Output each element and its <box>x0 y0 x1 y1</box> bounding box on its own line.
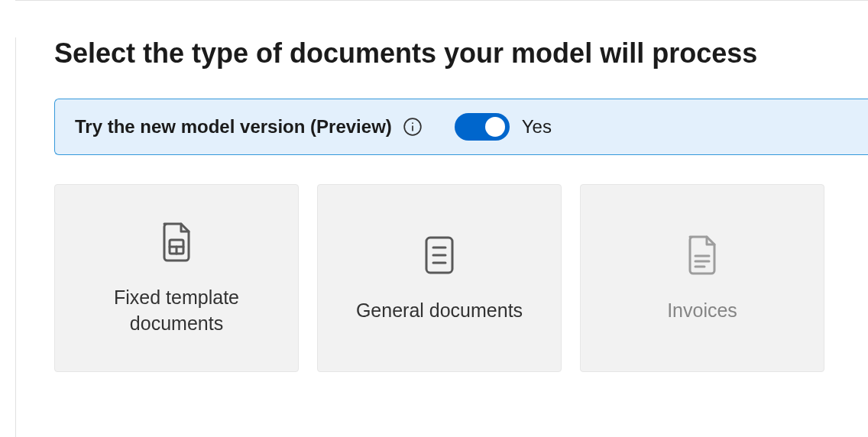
invoice-document-icon <box>685 232 719 278</box>
svg-point-2 <box>412 122 413 124</box>
document-type-cards: Fixed template documents General documen… <box>54 184 868 372</box>
page-title: Select the type of documents your model … <box>54 37 868 70</box>
card-general-documents[interactable]: General documents <box>317 184 562 372</box>
info-icon[interactable] <box>403 117 423 137</box>
card-invoices[interactable]: Invoices <box>580 184 824 372</box>
card-fixed-template[interactable]: Fixed template documents <box>54 184 299 372</box>
general-document-icon <box>423 232 455 278</box>
card-title: Invoices <box>667 298 737 324</box>
card-title: General documents <box>356 298 523 324</box>
preview-label: Try the new model version (Preview) <box>75 116 392 138</box>
toggle-state-label: Yes <box>522 116 552 138</box>
card-title: Fixed template documents <box>70 285 283 337</box>
fixed-template-document-icon <box>160 219 193 265</box>
preview-banner: Try the new model version (Preview) Yes <box>54 99 868 155</box>
preview-toggle[interactable] <box>455 113 510 141</box>
